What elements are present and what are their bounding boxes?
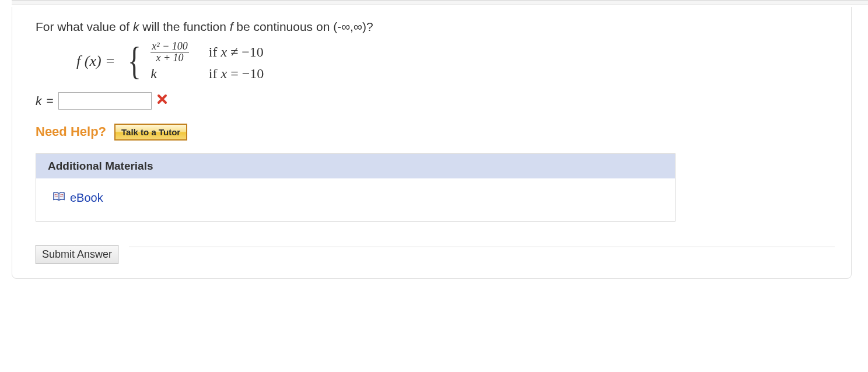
cond1-x: x bbox=[220, 44, 227, 59]
case1-denominator: x + 10 bbox=[155, 52, 184, 64]
need-help-label: Need Help? bbox=[36, 124, 106, 139]
incorrect-icon bbox=[156, 93, 168, 108]
cond2-rel: = −10 bbox=[227, 66, 264, 81]
answer-k-label: k bbox=[36, 94, 42, 108]
question-var-k: k bbox=[133, 20, 139, 33]
question-text: For what value of k will the function f … bbox=[36, 20, 835, 34]
divider bbox=[129, 247, 835, 247]
question-mid1: will the function bbox=[139, 20, 229, 33]
additional-materials-heading: Additional Materials bbox=[36, 154, 675, 178]
case1-condition: if x ≠ −10 bbox=[209, 44, 264, 60]
additional-materials-box: Additional Materials eBook bbox=[36, 153, 676, 222]
need-help-row: Need Help? Talk to a Tutor bbox=[36, 124, 835, 141]
answer-row: k = bbox=[36, 92, 835, 110]
formula-lhs: f (x) = bbox=[76, 52, 116, 70]
cond1-rel: ≠ −10 bbox=[227, 44, 264, 59]
answer-equals: = bbox=[47, 94, 54, 108]
question-interval: (-∞,∞) bbox=[333, 20, 366, 33]
cond1-prefix: if bbox=[209, 44, 221, 59]
ebook-label: eBook bbox=[70, 191, 103, 205]
additional-materials-body: eBook bbox=[36, 178, 675, 221]
case2-expression: k bbox=[150, 66, 189, 82]
cond2-prefix: if bbox=[209, 66, 221, 81]
left-brace-icon: { bbox=[128, 47, 141, 75]
piecewise-formula: f (x) = { x² − 100 x + 10 if x ≠ −10 k i… bbox=[76, 41, 835, 82]
question-prefix: For what value of bbox=[36, 20, 133, 33]
submit-row: Submit Answer bbox=[36, 245, 835, 264]
talk-to-tutor-button[interactable]: Talk to a Tutor bbox=[114, 124, 187, 141]
question-suffix: ? bbox=[366, 20, 373, 33]
answer-input[interactable] bbox=[58, 92, 152, 110]
case1-numerator: x² − 100 bbox=[150, 41, 189, 52]
question-panel: For what value of k will the function f … bbox=[12, 7, 852, 279]
submit-answer-button[interactable]: Submit Answer bbox=[36, 245, 118, 264]
case1-expression: x² − 100 x + 10 bbox=[150, 41, 189, 64]
ebook-link[interactable]: eBook bbox=[52, 191, 103, 205]
cond2-x: x bbox=[220, 66, 227, 81]
question-mid2: be continuous on bbox=[233, 20, 334, 33]
formula-cases: x² − 100 x + 10 if x ≠ −10 k if x = −10 bbox=[150, 41, 264, 82]
case2-condition: if x = −10 bbox=[209, 66, 264, 82]
fraction-icon: x² − 100 x + 10 bbox=[150, 41, 189, 64]
book-icon bbox=[52, 191, 65, 205]
